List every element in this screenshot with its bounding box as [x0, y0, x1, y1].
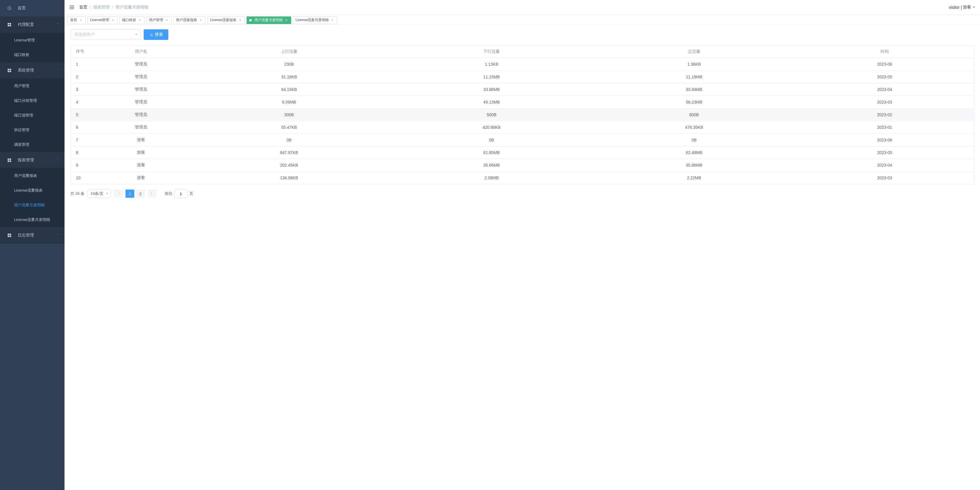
- table-cell: 2023-03: [795, 172, 974, 184]
- tab[interactable]: 用户流量月度明细×: [247, 16, 291, 24]
- tab[interactable]: 用户流量报表×: [173, 16, 205, 24]
- sidebar-group-title[interactable]: 系统管理˄: [0, 62, 65, 79]
- table-cell: 31.18KB: [188, 71, 391, 83]
- table-cell: 55.47KB: [188, 121, 391, 134]
- table-cell: 2023-02: [795, 109, 974, 121]
- table-cell: 0B: [390, 134, 593, 147]
- goto-input[interactable]: [174, 190, 188, 198]
- sidebar-item[interactable]: 协议管理: [0, 123, 65, 137]
- table-cell: 10: [71, 172, 94, 184]
- sidebar-group-label: 报表管理: [18, 158, 34, 163]
- table-cell: 35.86MB: [593, 159, 795, 172]
- search-button-label: 搜索: [155, 32, 163, 37]
- sidebar-group-label: 系统管理: [18, 68, 34, 73]
- goto-page: 前往 页: [165, 190, 193, 198]
- table-cell: 游客: [94, 159, 188, 172]
- tab-label: 用户流量月度明细: [255, 18, 283, 22]
- close-icon[interactable]: ×: [111, 18, 115, 22]
- sidebar-item[interactable]: 端口分组管理: [0, 93, 65, 108]
- sidebar-item-label: 用户流量报表: [14, 173, 37, 179]
- goto-prefix: 前往: [165, 191, 172, 196]
- table-cell: 2.22MB: [593, 172, 795, 184]
- table-cell: 2: [71, 71, 94, 83]
- sidebar-item[interactable]: License流量报表: [0, 183, 65, 198]
- close-icon[interactable]: ×: [79, 18, 83, 22]
- grid-icon: [6, 157, 13, 164]
- sidebar-item-label: 端口分组管理: [14, 98, 37, 103]
- table-row: 3管理员64.15KB33.88MB33.94MB2023-04: [71, 83, 974, 96]
- next-page-button[interactable]: 〉: [148, 190, 157, 198]
- close-icon[interactable]: ×: [165, 18, 169, 22]
- tab-label: 用户管理: [149, 18, 163, 22]
- breadcrumb-item[interactable]: 报表管理: [93, 5, 110, 10]
- table-header: 下行流量: [390, 45, 593, 58]
- sidebar-item[interactable]: 调度管理: [0, 137, 65, 152]
- sidebar-item[interactable]: 用户流量报表: [0, 168, 65, 183]
- close-icon[interactable]: ×: [238, 18, 242, 22]
- tab[interactable]: License流量报表×: [207, 16, 245, 24]
- table-cell: 6: [71, 121, 94, 134]
- page-number[interactable]: 2: [136, 190, 145, 198]
- sidebar-group-title[interactable]: 代理配置˄: [0, 16, 65, 33]
- table-cell: 62.48MB: [593, 147, 795, 159]
- tab[interactable]: 用户管理×: [146, 16, 172, 24]
- breadcrumb-sep: /: [90, 5, 91, 10]
- sidebar-group-title[interactable]: 日志管理˅: [0, 227, 65, 244]
- user-select[interactable]: 请选择用户: [70, 29, 141, 40]
- sidebar-item[interactable]: 端口映射: [0, 48, 65, 62]
- search-icon: [149, 33, 153, 37]
- table-cell: 2023-06: [795, 58, 974, 71]
- sidebar: 首页 代理配置˄License管理端口映射系统管理˄用户管理端口分组管理端口池管…: [0, 0, 65, 490]
- tab[interactable]: License管理×: [88, 16, 118, 24]
- tab-label: 端口映射: [122, 18, 136, 22]
- table-row: 7游客0B0B0B2023-06: [71, 134, 974, 147]
- close-icon[interactable]: ×: [331, 18, 334, 22]
- hamburger-button[interactable]: [65, 0, 79, 15]
- sidebar-item[interactable]: License管理: [0, 33, 65, 48]
- table-cell: 管理员: [94, 96, 188, 109]
- table-cell: 2023-05: [795, 71, 974, 83]
- table-row: 9游客202.45KB35.66MB35.86MB2023-04: [71, 159, 974, 172]
- user-dropdown[interactable]: visitor | 游客 ▼: [949, 5, 975, 10]
- table-cell: 5: [71, 109, 94, 121]
- sidebar-item[interactable]: License流量月度明细: [0, 212, 65, 227]
- sidebar-group-title[interactable]: 报表管理˄: [0, 152, 65, 168]
- table-cell: 1: [71, 58, 94, 71]
- breadcrumb-item: 用户流量月度明细: [116, 5, 148, 10]
- topbar: 首页 / 报表管理 / 用户流量月度明细 visitor | 游客 ▼: [65, 0, 980, 15]
- sidebar-group-label: 日志管理: [18, 233, 34, 238]
- table-row: 10游客134.98KB2.08MB2.22MB2023-03: [71, 172, 974, 184]
- table-cell: 49.13MB: [390, 96, 593, 109]
- close-icon[interactable]: ×: [285, 18, 288, 22]
- sidebar-item-label: 端口池管理: [14, 113, 33, 118]
- tab[interactable]: 首页×: [67, 16, 86, 24]
- tab[interactable]: License流量月度明细×: [293, 16, 337, 24]
- table-cell: 2023-06: [795, 134, 974, 147]
- table-cell: 647.97KB: [188, 147, 391, 159]
- tab-label: License管理: [90, 18, 109, 22]
- close-icon[interactable]: ×: [138, 18, 142, 22]
- table-cell: 0B: [188, 134, 391, 147]
- table-cell: 476.35KB: [593, 121, 795, 134]
- sidebar-item[interactable]: 用户管理: [0, 79, 65, 93]
- sidebar-item[interactable]: 端口池管理: [0, 108, 65, 123]
- table-header: 上行流量: [188, 45, 391, 58]
- sidebar-item-label: 用户流量月度明细: [14, 203, 45, 208]
- search-button[interactable]: 搜索: [144, 29, 168, 40]
- table-cell: 9.09MB: [188, 96, 391, 109]
- prev-page-button[interactable]: 〈: [114, 190, 123, 198]
- table-header: 序号: [71, 45, 94, 58]
- page-number[interactable]: 1: [126, 190, 134, 198]
- table-cell: 33.88MB: [390, 83, 593, 96]
- tab[interactable]: 端口映射×: [119, 16, 145, 24]
- table-cell: 11.18MB: [593, 71, 795, 83]
- page-size-select[interactable]: 10条/页: [88, 190, 111, 198]
- sidebar-item-label: 首页: [18, 6, 26, 11]
- sidebar-item[interactable]: 用户流量月度明细: [0, 198, 65, 212]
- table-cell: 管理员: [94, 71, 188, 83]
- sidebar-item-home[interactable]: 首页: [0, 0, 65, 16]
- close-icon[interactable]: ×: [199, 18, 203, 22]
- table-cell: 2.08MB: [390, 172, 593, 184]
- table-cell: 33.94MB: [593, 83, 795, 96]
- breadcrumb-item[interactable]: 首页: [79, 5, 88, 10]
